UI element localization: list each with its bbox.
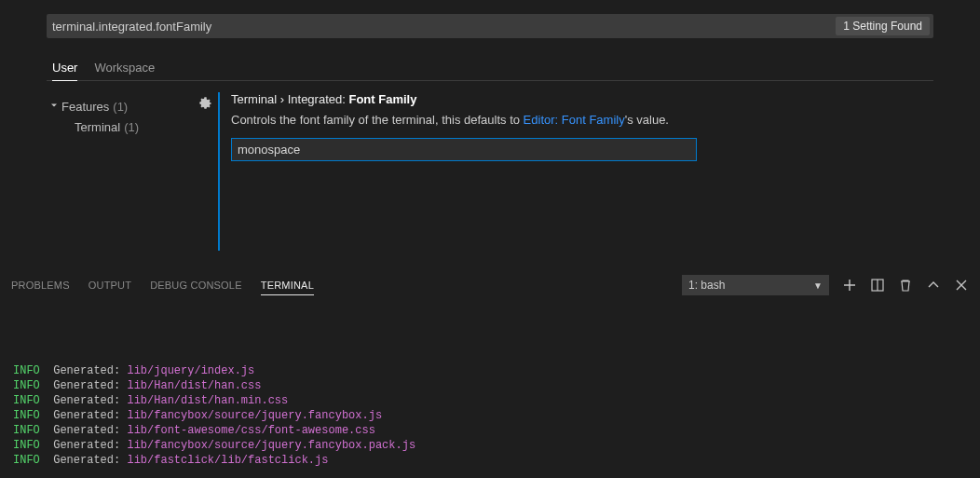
settings-search-row: 1 Setting Found <box>47 14 933 38</box>
terminal-select-value: 1: bash <box>688 279 725 292</box>
split-terminal-button[interactable] <box>870 278 885 293</box>
setting-name: Font Family <box>348 92 416 106</box>
outline-terminal-count: (1) <box>120 120 139 134</box>
new-terminal-button[interactable] <box>842 278 857 293</box>
setting-desc-prefix: Controls the font family of the terminal… <box>231 113 524 127</box>
tab-terminal[interactable]: Terminal <box>261 280 314 295</box>
scope-tabs: User Workspace <box>47 55 933 81</box>
settings-outline: Features (1) Terminal (1) <box>47 92 192 251</box>
panel-actions: 1: bash ▼ <box>682 275 969 295</box>
outline-features-label: Features <box>61 100 109 114</box>
setting-value-input[interactable] <box>231 138 697 161</box>
setting-desc-suffix: 's value. <box>625 113 669 127</box>
panel-tabs: Problems Output Debug Console Terminal 1… <box>0 272 980 298</box>
chevron-down-icon <box>47 100 61 114</box>
tab-output[interactable]: Output <box>88 280 131 291</box>
setting-desc-link[interactable]: Editor: Font Family <box>524 113 625 127</box>
log-line: INFO Generated: lib/fancybox/source/jque… <box>13 438 967 453</box>
bottom-panel: Problems Output Debug Console Terminal 1… <box>0 272 980 478</box>
settings-found-badge: 1 Setting Found <box>836 17 930 35</box>
outline-terminal-label: Terminal <box>75 120 120 134</box>
outline-features[interactable]: Features (1) <box>47 96 192 116</box>
outline-features-count: (1) <box>109 100 128 114</box>
settings-body: Features (1) Terminal (1) Terminal › Int… <box>47 92 933 251</box>
log-line: INFO Generated: lib/fancybox/source/jque… <box>13 408 967 423</box>
terminal-output[interactable]: INFO Generated: lib/jquery/index.jsINFO … <box>0 298 980 468</box>
tab-workspace[interactable]: Workspace <box>94 55 155 80</box>
gear-icon[interactable] <box>197 96 212 251</box>
outline-terminal[interactable]: Terminal (1) <box>47 116 192 137</box>
tab-user[interactable]: User <box>52 55 77 81</box>
setting-breadcrumb: Terminal › Integrated: <box>231 92 348 106</box>
tab-debug-console[interactable]: Debug Console <box>150 280 242 291</box>
log-line: INFO Generated: lib/Han/dist/han.css <box>13 378 967 393</box>
settings-editor: 1 Setting Found User Workspace Features … <box>0 0 980 251</box>
setting-detail-wrap: Terminal › Integrated: Font Family Contr… <box>192 92 933 251</box>
tab-problems[interactable]: Problems <box>11 280 70 291</box>
kill-terminal-button[interactable] <box>898 278 913 293</box>
maximize-panel-button[interactable] <box>926 278 941 293</box>
log-line: INFO Generated: lib/font-awesome/css/fon… <box>13 423 967 438</box>
log-line: INFO Generated: lib/Han/dist/han.min.css <box>13 393 967 408</box>
chevron-down-icon: ▼ <box>813 280 823 291</box>
setting-detail: Terminal › Integrated: Font Family Contr… <box>218 92 933 251</box>
terminal-select[interactable]: 1: bash ▼ <box>682 275 829 295</box>
log-line: INFO Generated: lib/jquery/index.js <box>13 363 967 378</box>
log-line: INFO Generated: lib/fastclick/lib/fastcl… <box>13 453 967 468</box>
setting-description: Controls the font family of the terminal… <box>231 112 896 129</box>
setting-title: Terminal › Integrated: Font Family <box>231 92 896 106</box>
close-panel-button[interactable] <box>954 278 969 293</box>
settings-search-input[interactable] <box>47 14 836 38</box>
